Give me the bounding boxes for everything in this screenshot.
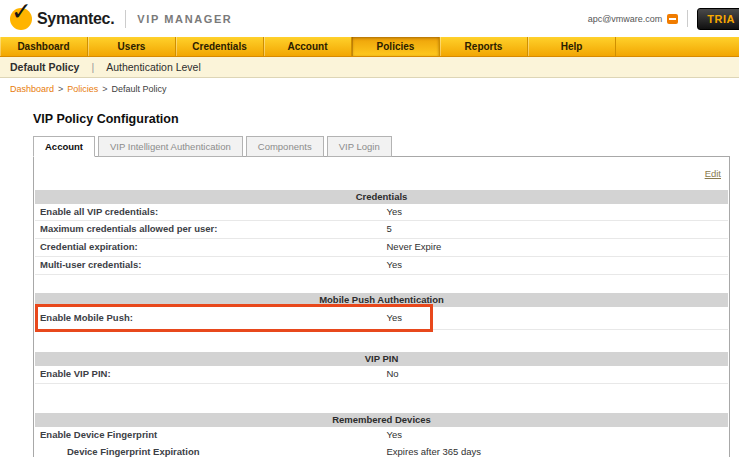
trial-button[interactable]: TRIA [697,8,739,30]
row-label: Enable VIP PIN: [35,366,382,383]
policy-section-credentials: CredentialsEnable all VIP credentials:Ye… [35,190,728,276]
subnav-item-default-policy[interactable]: Default Policy [10,61,79,73]
nav-tab-credentials[interactable]: Credentials [176,37,264,56]
section-header-vip-pin: VIP PIN [35,352,728,366]
tab-components[interactable]: Components [246,136,324,157]
section-header-credentials: Credentials [35,190,728,204]
row-value-text: Expires after 365 days [387,446,724,457]
sections-container: CredentialsEnable all VIP credentials:Ye… [34,190,729,457]
policy-section-mobile-push-authentication: Mobile Push AuthenticationEnable Mobile … [35,293,728,330]
row-value: Yes [382,307,729,329]
brand-name: Symantec. [37,10,114,28]
nav-tab-account[interactable]: Account [264,37,352,56]
breadcrumb-policies[interactable]: Policies [67,84,98,94]
row-label: Credential expiration: [35,239,382,256]
table-row-multi-user-credentials: Multi-user credentials:Yes [35,257,728,275]
nav-tab-users[interactable]: Users [88,37,176,56]
tab-vip-intelligent-authentication[interactable]: VIP Intelligent Authentication [98,136,243,157]
row-value: 5 [382,221,729,238]
row-value: No [382,366,729,383]
row-label: Maximum credentials allowed per user: [35,221,382,238]
page-title: VIP Policy Configuration [33,112,739,126]
breadcrumb-separator: > [102,84,107,94]
nav-tab-help[interactable]: Help [528,37,616,56]
nav-tab-reports[interactable]: Reports [440,37,528,56]
app-window: ✓ Symantec. VIP MANAGER apc@vmware.com T… [0,0,739,457]
subnav-item-authentication-level[interactable]: Authentication Level [106,61,201,73]
row-label: Enable Mobile Push: [35,307,382,329]
row-value-text: Yes [387,206,724,218]
row-value: Expires after 365 daysNo successful auth… [382,444,729,457]
edit-link[interactable]: Edit [705,168,721,179]
product-name: VIP MANAGER [137,13,232,25]
breadcrumb-separator: > [58,84,63,94]
row-value-text: Never Expire [387,241,724,253]
row-value: Never Expire [382,239,729,256]
subnav-separator: | [91,61,94,73]
brand-divider [125,10,126,28]
symantec-checkmark-icon: ✓ [10,8,32,30]
section-header-mobile-push-authentication: Mobile Push Authentication [35,293,728,307]
row-value-text: Yes [387,259,724,271]
table-row-enable-all-vip-credentials: Enable all VIP credentials:Yes [35,204,728,222]
row-value-text: Yes [387,312,724,324]
row-label: Multi-user credentials: [35,257,382,274]
row-value-text: Yes [387,429,724,441]
header-right: apc@vmware.com TRIA [588,8,739,30]
config-tabs: AccountVIP Intelligent AuthenticationCom… [33,136,739,157]
policy-subnav: Default Policy|Authentication Level [0,57,739,78]
user-email[interactable]: apc@vmware.com [588,14,663,24]
row-value: Yes [382,204,729,221]
row-value: Yes [382,257,729,274]
policy-panel: Edit CredentialsEnable all VIP credentia… [33,156,730,457]
tab-vip-login[interactable]: VIP Login [327,136,392,157]
table-row-credential-expiration: Credential expiration:Never Expire [35,239,728,257]
header-divider [687,10,688,27]
nav-tab-dashboard[interactable]: Dashboard [0,37,88,56]
tab-account[interactable]: Account [33,136,95,157]
symantec-logo: ✓ Symantec. VIP MANAGER [10,8,232,30]
edit-row: Edit [34,157,729,190]
table-row-device-fingerprint-expiration: Device Fingerprint ExpirationExpires aft… [35,444,728,457]
main-nav: DashboardUsersCredentialsAccountPolicies… [0,37,739,57]
table-row-enable-device-fingerprint: Enable Device FingerprintYes [35,427,728,444]
top-header: ✓ Symantec. VIP MANAGER apc@vmware.com T… [0,0,739,37]
section-header-remembered-devices: Remembered Devices [35,413,728,427]
breadcrumb-default-policy: Default Policy [112,84,167,94]
table-row-enable-vip-pin: Enable VIP PIN:No [35,366,728,384]
table-row-enable-mobile-push: Enable Mobile Push:Yes [35,307,728,330]
user-menu-icon[interactable] [667,14,678,24]
row-value: Yes [382,427,729,444]
row-label: Enable all VIP credentials: [35,204,382,221]
row-value-text: 5 [387,223,724,235]
policy-section-vip-pin: VIP PINEnable VIP PIN:No [35,352,728,384]
breadcrumb: Dashboard>Policies>Default Policy [0,78,739,99]
row-value-text: No [387,368,724,380]
policy-section-remembered-devices: Remembered DevicesEnable Device Fingerpr… [35,413,728,457]
breadcrumb-dashboard[interactable]: Dashboard [10,84,54,94]
nav-tab-policies[interactable]: Policies [352,37,440,56]
row-label: Device Fingerprint Expiration [35,444,382,457]
row-label: Enable Device Fingerprint [35,427,382,444]
table-row-maximum-credentials-allowed-per-user: Maximum credentials allowed per user:5 [35,221,728,239]
